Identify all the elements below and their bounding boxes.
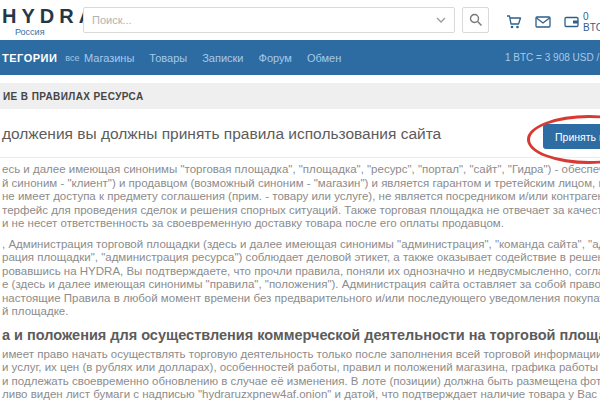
rules-paragraph-3: имеет право начать осуществлять торговую… (2, 348, 600, 400)
page-title: должения вы должны принять правила испол… (2, 125, 441, 143)
nav-item-exchange[interactable]: Обмен (307, 52, 341, 64)
balance-label: 0 BTC (583, 11, 600, 33)
text-line: й синоним - "клиент") и продавцом (возмо… (2, 177, 600, 191)
text-line: и подлежать своевременно обновлению в сл… (2, 375, 600, 389)
text-line: рация площадки", "администрация ресурса"… (2, 251, 600, 265)
nav-item-forum[interactable]: Форум (259, 52, 292, 64)
text-line: терфейс для проведения сделок и решения … (2, 204, 600, 218)
wallet-balance[interactable]: 0 BTC (564, 11, 600, 33)
nav-items: Магазины Товары Записки Форум Обмен (84, 40, 341, 75)
rules-paragraph-2: , Администрация торговой площадки (здесь… (2, 238, 600, 319)
categories-all-label: все (65, 53, 79, 63)
accept-rules-button[interactable]: Принять и пр (543, 124, 600, 149)
text-line: ливо виден лист бумаги с надписью "hydra… (2, 388, 600, 400)
nav-item-notes[interactable]: Записки (202, 52, 243, 64)
text-line: и услуг, их цен (в рублях или долларах),… (2, 361, 600, 375)
logo-region-label: Россия (15, 27, 45, 37)
main-nav: ТЕГОРИИ все Магазины Товары Записки Фору… (0, 40, 600, 75)
text-line: , Администрация торговой площадки (здесь… (2, 238, 600, 252)
breadcrumb-zone: ИЕ В ПРАВИЛАХ РЕСУРСА (0, 75, 600, 110)
nav-item-goods[interactable]: Товары (149, 52, 187, 64)
divider (0, 157, 600, 158)
title-row: должения вы должны принять правила испол… (0, 110, 600, 157)
header-actions: 0 BTC (506, 11, 600, 33)
search-input[interactable] (84, 9, 436, 31)
chevron-down-icon[interactable] (436, 17, 454, 23)
text-line: е (здесь и далее имеющая синонимы "прави… (2, 278, 600, 292)
hydra-page: HYDRA Россия 0 BTC (0, 0, 600, 400)
nav-item-shops[interactable]: Магазины (84, 52, 134, 64)
breadcrumb: ИЕ В ПРАВИЛАХ РЕСУРСА (0, 83, 600, 109)
commerce-rules-heading: а и положения для осуществления коммерче… (2, 327, 600, 343)
header: HYDRA Россия 0 BTC (0, 0, 600, 40)
search-bar (83, 7, 455, 33)
text-line: й площадке. (2, 305, 600, 319)
text-line: ровавшись на HYDRA, Вы подтверждаете, чт… (2, 265, 600, 279)
cart-icon[interactable] (506, 15, 522, 30)
categories-label: ТЕГОРИИ (2, 52, 57, 64)
text-line: настоящие Правила в любой момент времени… (2, 292, 600, 306)
rules-paragraph-1: есь и далее имеющая синонимы "торговая п… (2, 163, 600, 231)
mail-icon[interactable] (535, 16, 551, 28)
search-button[interactable] (462, 7, 489, 33)
text-line: имеет право начать осуществлять торговую… (2, 348, 600, 362)
wallet-icon (564, 16, 579, 28)
text-line: есь и далее имеющая синонимы "торговая п… (2, 163, 600, 177)
content: должения вы должны принять правила испол… (0, 110, 600, 400)
categories-menu[interactable]: ТЕГОРИИ все (2, 40, 80, 75)
text-line: не имеет доступа к предмету соглашения (… (2, 190, 600, 204)
text-line: и не несет ответственность за своевремен… (2, 217, 600, 231)
search-icon (469, 13, 483, 27)
btc-rate: 1 BTC = 3 908 USD / 258 7 (505, 40, 600, 75)
